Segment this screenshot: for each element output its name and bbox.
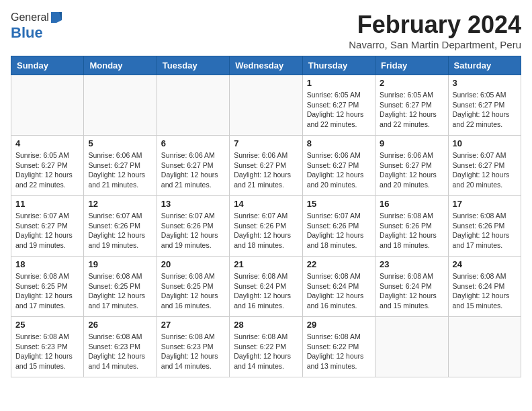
week-row-2: 11Sunrise: 6:07 AM Sunset: 6:27 PM Dayli…	[11, 196, 521, 257]
day-number: 25	[15, 320, 79, 330]
calendar-cell: 14Sunrise: 6:07 AM Sunset: 6:26 PM Dayli…	[230, 196, 302, 257]
header-tuesday: Tuesday	[157, 56, 229, 75]
day-number: 9	[380, 138, 443, 148]
calendar-cell: 15Sunrise: 6:07 AM Sunset: 6:26 PM Dayli…	[302, 196, 375, 257]
header-monday: Monday	[84, 56, 157, 75]
day-number: 12	[88, 199, 152, 209]
calendar-table: SundayMondayTuesdayWednesdayThursdayFrid…	[11, 56, 521, 377]
day-number: 28	[234, 320, 298, 330]
day-number: 5	[88, 138, 152, 148]
calendar-cell: 7Sunrise: 6:06 AM Sunset: 6:27 PM Daylig…	[230, 136, 302, 196]
header-friday: Friday	[375, 56, 448, 75]
header: General Blue February 2024 Navarro, San …	[11, 11, 521, 50]
calendar-cell: 25Sunrise: 6:08 AM Sunset: 6:23 PM Dayli…	[11, 317, 84, 377]
week-row-0: 1Sunrise: 6:05 AM Sunset: 6:27 PM Daylig…	[11, 75, 521, 136]
day-info: Sunrise: 6:08 AM Sunset: 6:23 PM Dayligh…	[88, 332, 152, 371]
day-number: 13	[161, 199, 225, 209]
calendar-cell: 1Sunrise: 6:05 AM Sunset: 6:27 PM Daylig…	[302, 75, 375, 136]
calendar-cell	[448, 317, 521, 377]
day-number: 26	[88, 320, 152, 330]
day-info: Sunrise: 6:08 AM Sunset: 6:24 PM Dayligh…	[453, 271, 517, 311]
day-number: 20	[161, 259, 225, 269]
day-number: 8	[307, 138, 371, 148]
day-number: 27	[161, 320, 225, 330]
day-info: Sunrise: 6:05 AM Sunset: 6:27 PM Dayligh…	[307, 90, 371, 130]
calendar-cell: 18Sunrise: 6:08 AM Sunset: 6:25 PM Dayli…	[11, 257, 84, 317]
calendar-cell: 12Sunrise: 6:07 AM Sunset: 6:26 PM Dayli…	[84, 196, 157, 257]
day-number: 29	[307, 320, 371, 330]
calendar-cell: 9Sunrise: 6:06 AM Sunset: 6:27 PM Daylig…	[375, 136, 448, 196]
day-number: 11	[15, 199, 79, 209]
day-number: 16	[380, 199, 443, 209]
calendar-cell	[157, 75, 229, 136]
header-thursday: Thursday	[302, 56, 375, 75]
day-info: Sunrise: 6:08 AM Sunset: 6:22 PM Dayligh…	[234, 332, 298, 371]
day-number: 1	[307, 78, 371, 88]
calendar-cell: 21Sunrise: 6:08 AM Sunset: 6:24 PM Dayli…	[230, 257, 302, 317]
calendar-cell: 24Sunrise: 6:08 AM Sunset: 6:24 PM Dayli…	[448, 257, 521, 317]
logo-general-text: General	[11, 11, 49, 24]
calendar-cell	[375, 317, 448, 377]
day-number: 7	[234, 138, 298, 148]
day-number: 14	[234, 199, 298, 209]
calendar-cell: 3Sunrise: 6:05 AM Sunset: 6:27 PM Daylig…	[448, 75, 521, 136]
day-info: Sunrise: 6:07 AM Sunset: 6:26 PM Dayligh…	[88, 211, 152, 250]
day-number: 21	[234, 259, 298, 269]
day-info: Sunrise: 6:08 AM Sunset: 6:25 PM Dayligh…	[15, 271, 79, 311]
day-info: Sunrise: 6:08 AM Sunset: 6:25 PM Dayligh…	[88, 271, 152, 311]
calendar-cell	[84, 75, 157, 136]
day-info: Sunrise: 6:07 AM Sunset: 6:26 PM Dayligh…	[234, 211, 298, 250]
day-number: 6	[161, 138, 225, 148]
calendar-cell: 4Sunrise: 6:05 AM Sunset: 6:27 PM Daylig…	[11, 136, 84, 196]
day-info: Sunrise: 6:07 AM Sunset: 6:27 PM Dayligh…	[453, 150, 517, 190]
calendar-cell: 16Sunrise: 6:08 AM Sunset: 6:26 PM Dayli…	[375, 196, 448, 257]
day-info: Sunrise: 6:05 AM Sunset: 6:27 PM Dayligh…	[15, 150, 79, 190]
day-number: 2	[380, 78, 443, 88]
calendar-cell: 13Sunrise: 6:07 AM Sunset: 6:26 PM Dayli…	[157, 196, 229, 257]
day-info: Sunrise: 6:06 AM Sunset: 6:27 PM Dayligh…	[161, 150, 225, 190]
day-info: Sunrise: 6:07 AM Sunset: 6:27 PM Dayligh…	[15, 211, 79, 250]
calendar-header-row: SundayMondayTuesdayWednesdayThursdayFrid…	[11, 56, 521, 75]
header-sunday: Sunday	[11, 56, 84, 75]
calendar-cell: 28Sunrise: 6:08 AM Sunset: 6:22 PM Dayli…	[230, 317, 302, 377]
calendar-cell: 6Sunrise: 6:06 AM Sunset: 6:27 PM Daylig…	[157, 136, 229, 196]
day-info: Sunrise: 6:07 AM Sunset: 6:26 PM Dayligh…	[307, 211, 371, 250]
calendar-cell: 19Sunrise: 6:08 AM Sunset: 6:25 PM Dayli…	[84, 257, 157, 317]
title-area: February 2024 Navarro, San Martin Depart…	[349, 11, 521, 50]
day-number: 18	[15, 259, 79, 269]
day-number: 24	[453, 259, 517, 269]
day-number: 19	[88, 259, 152, 269]
calendar-cell: 2Sunrise: 6:05 AM Sunset: 6:27 PM Daylig…	[375, 75, 448, 136]
subtitle: Navarro, San Martin Department, Peru	[349, 39, 521, 50]
day-info: Sunrise: 6:07 AM Sunset: 6:26 PM Dayligh…	[161, 211, 225, 250]
day-number: 15	[307, 199, 371, 209]
calendar-cell: 29Sunrise: 6:08 AM Sunset: 6:22 PM Dayli…	[302, 317, 375, 377]
logo-blue-text: Blue	[11, 24, 43, 42]
calendar-cell: 23Sunrise: 6:08 AM Sunset: 6:24 PM Dayli…	[375, 257, 448, 317]
day-info: Sunrise: 6:08 AM Sunset: 6:23 PM Dayligh…	[161, 332, 225, 371]
header-wednesday: Wednesday	[230, 56, 302, 75]
week-row-3: 18Sunrise: 6:08 AM Sunset: 6:25 PM Dayli…	[11, 257, 521, 317]
day-info: Sunrise: 6:08 AM Sunset: 6:26 PM Dayligh…	[453, 211, 517, 250]
week-row-1: 4Sunrise: 6:05 AM Sunset: 6:27 PM Daylig…	[11, 136, 521, 196]
day-info: Sunrise: 6:08 AM Sunset: 6:24 PM Dayligh…	[307, 271, 371, 311]
calendar-cell: 8Sunrise: 6:06 AM Sunset: 6:27 PM Daylig…	[302, 136, 375, 196]
day-info: Sunrise: 6:08 AM Sunset: 6:22 PM Dayligh…	[307, 332, 371, 371]
logo: General Blue	[11, 11, 64, 42]
day-info: Sunrise: 6:06 AM Sunset: 6:27 PM Dayligh…	[234, 150, 298, 190]
calendar-cell: 5Sunrise: 6:06 AM Sunset: 6:27 PM Daylig…	[84, 136, 157, 196]
day-number: 3	[453, 78, 517, 88]
day-info: Sunrise: 6:08 AM Sunset: 6:26 PM Dayligh…	[380, 211, 443, 250]
day-info: Sunrise: 6:05 AM Sunset: 6:27 PM Dayligh…	[453, 90, 517, 130]
header-saturday: Saturday	[448, 56, 521, 75]
main-title: February 2024	[349, 11, 521, 39]
day-info: Sunrise: 6:06 AM Sunset: 6:27 PM Dayligh…	[380, 150, 443, 190]
calendar-cell	[230, 75, 302, 136]
calendar-cell: 27Sunrise: 6:08 AM Sunset: 6:23 PM Dayli…	[157, 317, 229, 377]
calendar-cell: 17Sunrise: 6:08 AM Sunset: 6:26 PM Dayli…	[448, 196, 521, 257]
calendar-cell: 11Sunrise: 6:07 AM Sunset: 6:27 PM Dayli…	[11, 196, 84, 257]
day-number: 23	[380, 259, 443, 269]
day-info: Sunrise: 6:08 AM Sunset: 6:24 PM Dayligh…	[234, 271, 298, 311]
day-info: Sunrise: 6:08 AM Sunset: 6:23 PM Dayligh…	[15, 332, 79, 371]
week-row-4: 25Sunrise: 6:08 AM Sunset: 6:23 PM Dayli…	[11, 317, 521, 377]
